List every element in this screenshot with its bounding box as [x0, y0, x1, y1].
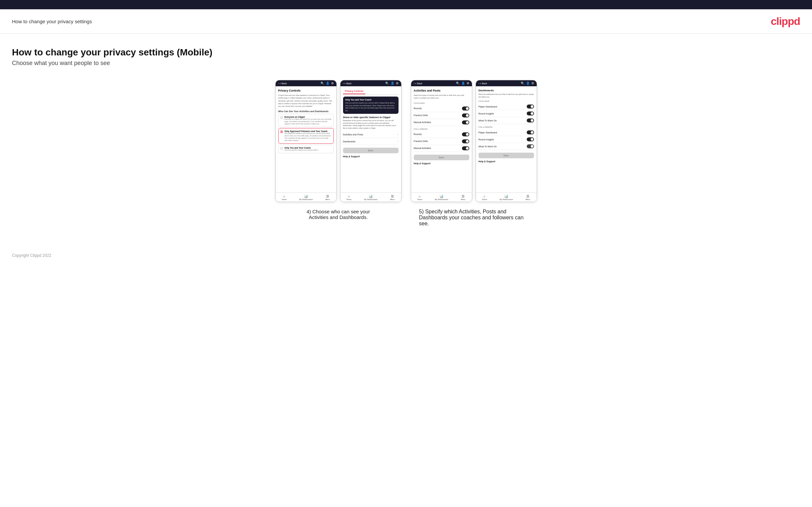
phone-mockup-3: ‹ < Back 🔍 👤 ⚙ Activities and Posts Sele… — [411, 80, 472, 202]
back-chevron-icon: ‹ — [278, 82, 279, 84]
search-icon[interactable]: 🔍 — [320, 81, 324, 85]
nav-performance-2[interactable]: 📊 My Performance — [364, 194, 377, 201]
d-coaches-player-label: Player Dashboard — [478, 106, 497, 108]
nav-performance-1[interactable]: 📊 My Performance — [299, 194, 312, 201]
radio-everyone-body: Everyone on Clippd can search for you an… — [285, 118, 332, 125]
nav-home-label-2: Home — [347, 199, 352, 201]
home-icon-1: ⌂ — [283, 194, 285, 198]
person-icon[interactable]: 👤 — [326, 81, 329, 85]
nav-home-3[interactable]: ⌂ Home — [417, 194, 422, 201]
help-support-3: Help & Support — [414, 162, 469, 165]
d-coaches-round-insights-label: Round Insights — [478, 112, 494, 115]
phone-mockup-1: ‹ < Back 🔍 👤 ⚙ Privacy Controls Control … — [275, 80, 337, 202]
menu-icon-1: ☰ — [326, 194, 329, 198]
toggle-followers-manual-switch[interactable] — [462, 146, 469, 150]
radio-only-you[interactable]: Only You and Your Coach Only you and the… — [278, 145, 334, 153]
toggle-d-coaches-player: Player Dashboard — [478, 103, 534, 110]
save-button-4[interactable]: Save — [478, 153, 534, 158]
phone-content-4: Dashboards Select the dashboards that yo… — [476, 86, 537, 192]
menu-icon-3: ☰ — [462, 194, 465, 198]
nav-menu-label-3: Menu — [461, 199, 466, 201]
search-icon-2[interactable]: 🔍 — [385, 81, 389, 85]
top-decorative-bar — [0, 0, 812, 9]
dashboards-subtitle: Select the dashboards that you'd like to… — [478, 93, 534, 98]
nav-menu-4[interactable]: ☰ Menu — [526, 194, 530, 201]
nav-performance-4[interactable]: 📊 My Performance — [500, 194, 513, 201]
person-icon-2[interactable]: 👤 — [391, 81, 394, 85]
radio-approved-followers[interactable]: Only Approved Followers and Your Coach O… — [278, 128, 334, 144]
radio-only-you-title: Only You and Your Coach — [285, 147, 318, 149]
screenshot-pair-2: ‹ < Back 🔍 👤 ⚙ Activities and Posts Sele… — [411, 80, 537, 202]
coaches-header-3: COACHES — [414, 102, 469, 104]
tab-privacy-controls[interactable]: Privacy Controls — [343, 89, 366, 94]
nav-menu-1[interactable]: ☰ Menu — [325, 194, 330, 201]
nav-home-4[interactable]: ⌂ Home — [482, 194, 487, 201]
phone-topbar-1: ‹ < Back 🔍 👤 ⚙ — [276, 80, 337, 86]
topbar-icons-3: 🔍 👤 ⚙ — [456, 81, 469, 85]
toggle-coaches-manual-switch[interactable] — [462, 120, 469, 124]
topbar-icons-1: 🔍 👤 ⚙ — [320, 81, 334, 85]
toggle-d-followers-work-on-switch[interactable] — [527, 144, 534, 148]
toggle-coaches-drills-switch[interactable] — [462, 113, 469, 117]
nav-menu-2[interactable]: ☰ Menu — [390, 194, 395, 201]
header-title: How to change your privacy settings — [12, 18, 92, 24]
toggle-d-coaches-work-on-switch[interactable] — [527, 118, 534, 122]
chevron-right-icon-1: › — [398, 133, 399, 136]
toggle-d-followers-round-insights: Round Insights — [478, 136, 534, 143]
search-icon-4[interactable]: 🔍 — [521, 81, 524, 85]
save-button-3[interactable]: Save — [414, 155, 469, 160]
toggle-followers-rounds: Rounds — [414, 131, 469, 138]
phone-topbar-3: ‹ < Back 🔍 👤 ⚙ — [411, 80, 472, 86]
settings-icon[interactable]: ⚙ — [331, 81, 334, 85]
toggle-followers-drills-switch[interactable] — [462, 139, 469, 143]
phone-content-3: Activities and Posts Select the types of… — [411, 86, 472, 192]
nav-home-1[interactable]: ⌂ Home — [282, 194, 287, 201]
back-button-4[interactable]: ‹ < Back — [478, 82, 487, 84]
search-icon-3[interactable]: 🔍 — [456, 81, 460, 85]
nav-performance-3[interactable]: 📊 My Performance — [435, 194, 448, 201]
toggle-d-followers-round-insights-switch[interactable] — [527, 137, 534, 142]
dashboards-title: Dashboards — [478, 89, 534, 92]
back-label-1: < Back — [280, 82, 287, 84]
settings-icon-3[interactable]: ⚙ — [467, 81, 469, 85]
radio-followers-body: Only approved followers and coaches you … — [285, 132, 332, 142]
followers-rounds-label: Rounds — [414, 133, 422, 135]
nav-link-activities[interactable]: Activities and Posts › — [343, 131, 399, 138]
back-button-2[interactable]: ‹ < Back — [343, 82, 352, 84]
chart-icon-4: 📊 — [504, 194, 508, 198]
nav-performance-label-3: My Performance — [435, 199, 448, 201]
nav-home-2[interactable]: ⌂ Home — [347, 194, 352, 201]
toggle-d-followers-work-on: What To Work On — [478, 143, 534, 150]
toggle-d-coaches-work-on: What To Work On — [478, 117, 534, 124]
show-hide-title: Show or hide specific features in Clippd — [343, 116, 399, 119]
toggle-coaches-manual: Manual Activities — [414, 119, 469, 126]
person-icon-3[interactable]: 👤 — [461, 81, 465, 85]
nav-menu-3[interactable]: ☰ Menu — [461, 194, 466, 201]
phone-content-1: Privacy Controls Control how and your da… — [276, 86, 337, 192]
save-button-2[interactable]: Save — [343, 148, 399, 153]
toggle-d-coaches-round-insights: Round Insights — [478, 110, 534, 117]
menu-icon-2: ☰ — [391, 194, 394, 198]
d-followers-work-on-label: What To Work On — [478, 145, 497, 148]
nav-link-dashboards[interactable]: Dashboards › — [343, 138, 399, 145]
toggle-followers-rounds-switch[interactable] — [462, 132, 469, 136]
phone-content-2: Privacy Controls Only You and Your Coach… — [341, 86, 401, 192]
back-label-4: < Back — [480, 82, 487, 84]
privacy-controls-body: Control how and your data appears to eve… — [278, 94, 334, 108]
toggle-d-coaches-round-insights-switch[interactable] — [527, 111, 534, 115]
chart-icon-3: 📊 — [439, 194, 443, 198]
radio-followers-title: Only Approved Followers and Your Coach — [285, 130, 332, 132]
toggle-coaches-rounds: Rounds — [414, 105, 469, 112]
topbar-icons-4: 🔍 👤 ⚙ — [521, 81, 534, 85]
toggle-d-followers-player-switch[interactable] — [527, 130, 534, 134]
caption-4: 4) Choose who can see your Activities an… — [302, 209, 375, 220]
settings-icon-2[interactable]: ⚙ — [396, 81, 399, 85]
person-icon-4[interactable]: 👤 — [526, 81, 530, 85]
copyright: Copyright Clippd 2022 — [12, 253, 51, 258]
radio-everyone[interactable]: Everyone on Clippd Everyone on Clippd ca… — [278, 114, 334, 127]
settings-icon-4[interactable]: ⚙ — [531, 81, 534, 85]
back-button-1[interactable]: ‹ < Back — [278, 82, 287, 84]
toggle-d-coaches-player-switch[interactable] — [527, 105, 534, 109]
back-button-3[interactable]: ‹ < Back — [414, 82, 422, 84]
toggle-coaches-rounds-switch[interactable] — [462, 107, 469, 111]
